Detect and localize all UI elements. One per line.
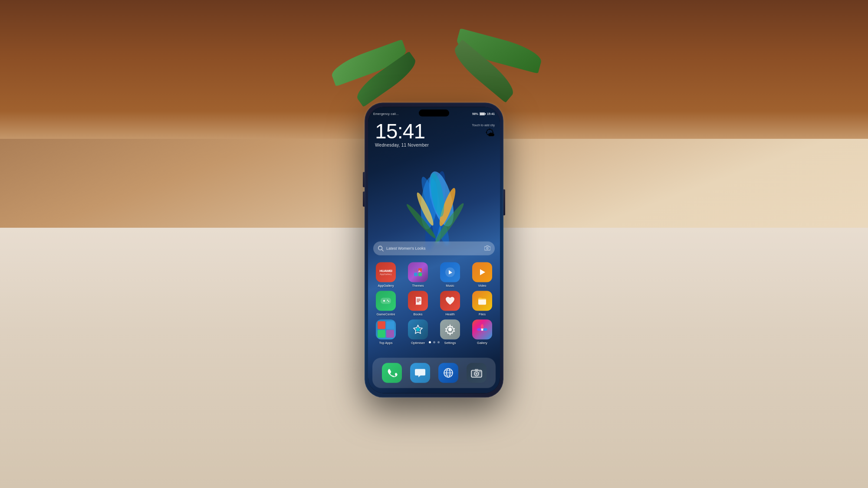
app-music[interactable]: Music	[437, 262, 463, 287]
appgallery-label: AppGallery	[378, 283, 394, 287]
dot-1	[429, 341, 431, 343]
app-themes[interactable]: Themes	[405, 262, 431, 287]
app-video[interactable]: Video	[470, 262, 495, 287]
grid-cell-4	[386, 330, 394, 337]
themes-label: Themes	[412, 283, 424, 287]
weather-widget[interactable]: Touch to add city 🌤	[472, 123, 495, 138]
phone-device: Emergency call... 98% 15:41 15:41 Wednes…	[365, 102, 503, 397]
app-files[interactable]: Files	[470, 291, 495, 316]
video-icon	[472, 262, 492, 282]
phone-notch	[419, 109, 449, 116]
svg-point-38	[477, 328, 481, 331]
svg-rect-22	[381, 298, 391, 304]
clock-section: 15:41 Wednesday, 11 November	[375, 121, 429, 147]
topapps-icon	[376, 319, 396, 339]
svg-point-33	[416, 328, 420, 331]
svg-point-37	[481, 324, 483, 328]
svg-rect-48	[475, 369, 478, 370]
svg-rect-19	[418, 272, 422, 276]
settings-icon	[440, 319, 460, 339]
volume-down-button[interactable]	[363, 191, 365, 206]
svg-point-49	[479, 371, 480, 372]
svg-rect-11	[485, 113, 486, 115]
grid-cell-1	[378, 321, 385, 329]
search-placeholder: Latest Women's Looks	[386, 246, 484, 250]
phone-icon	[382, 363, 402, 383]
app-row-2: GameCentre Books	[373, 291, 495, 316]
gamecentre-icon	[376, 291, 396, 311]
svg-point-25	[387, 299, 388, 300]
camera-icon	[467, 363, 487, 383]
dock-phone[interactable]	[382, 363, 402, 383]
dock-camera[interactable]	[467, 363, 487, 383]
app-health[interactable]: Health	[437, 291, 463, 316]
dock-messages[interactable]	[410, 363, 430, 383]
svg-line-14	[382, 249, 384, 251]
browser-icon	[438, 363, 458, 383]
svg-marker-21	[480, 269, 485, 275]
weather-icon: 🌤	[485, 127, 495, 138]
app-grid: HUAWEI AppGallery AppGallery	[368, 262, 500, 348]
app-gamecentre[interactable]: GameCentre	[373, 291, 398, 316]
topapps-grid	[376, 319, 396, 339]
status-time: 15:41	[487, 112, 495, 115]
svg-point-39	[483, 328, 487, 331]
music-icon	[440, 262, 460, 282]
page-indicator	[368, 341, 500, 343]
status-right: 98% 15:41	[472, 112, 495, 115]
dot-3	[437, 341, 440, 343]
gamecentre-label: GameCentre	[377, 312, 395, 316]
search-bar[interactable]: Latest Women's Looks	[373, 241, 495, 255]
app-row-1: HUAWEI AppGallery AppGallery	[373, 262, 495, 287]
themes-icon	[408, 262, 428, 282]
svg-rect-28	[414, 297, 416, 305]
health-label: Health	[445, 312, 455, 316]
grid-cell-3	[378, 330, 385, 337]
files-icon	[472, 291, 492, 311]
svg-point-15	[487, 247, 488, 249]
app-appgallery[interactable]: HUAWEI AppGallery AppGallery	[373, 262, 398, 287]
books-label: Books	[414, 312, 423, 316]
files-label: Files	[479, 312, 486, 316]
dock-browser[interactable]	[438, 363, 458, 383]
svg-rect-12	[480, 113, 484, 115]
svg-rect-16	[414, 268, 418, 272]
clock-time: 15:41	[375, 121, 429, 141]
battery-percent: 98%	[472, 112, 478, 115]
volume-up-button[interactable]	[363, 172, 365, 187]
phone-screen: Emergency call... 98% 15:41 15:41 Wednes…	[368, 107, 500, 393]
clock-date: Wednesday, 11 November	[375, 142, 429, 147]
appgallery-icon: HUAWEI AppGallery	[376, 262, 396, 282]
camera-search-icon[interactable]	[484, 245, 490, 252]
battery-icon	[480, 112, 486, 115]
svg-point-47	[475, 373, 477, 375]
power-button[interactable]	[503, 189, 505, 215]
grid-cell-2	[386, 321, 394, 329]
phone-chassis: Emergency call... 98% 15:41 15:41 Wednes…	[365, 102, 503, 397]
search-icon	[378, 245, 384, 251]
gallery-icon	[472, 319, 492, 339]
video-label: Video	[478, 283, 486, 287]
messages-icon	[410, 363, 430, 383]
svg-point-34	[448, 328, 452, 331]
svg-rect-32	[478, 298, 486, 305]
books-icon	[408, 291, 428, 311]
svg-point-26	[388, 301, 389, 301]
svg-rect-18	[414, 272, 418, 276]
dot-2	[433, 341, 435, 343]
health-icon	[440, 291, 460, 311]
status-emergency: Emergency call...	[373, 112, 399, 115]
app-books[interactable]: Books	[405, 291, 431, 316]
optimiser-icon	[408, 319, 428, 339]
weather-touch-label: Touch to add city	[472, 123, 495, 126]
dock	[372, 357, 496, 388]
music-label: Music	[446, 283, 454, 287]
